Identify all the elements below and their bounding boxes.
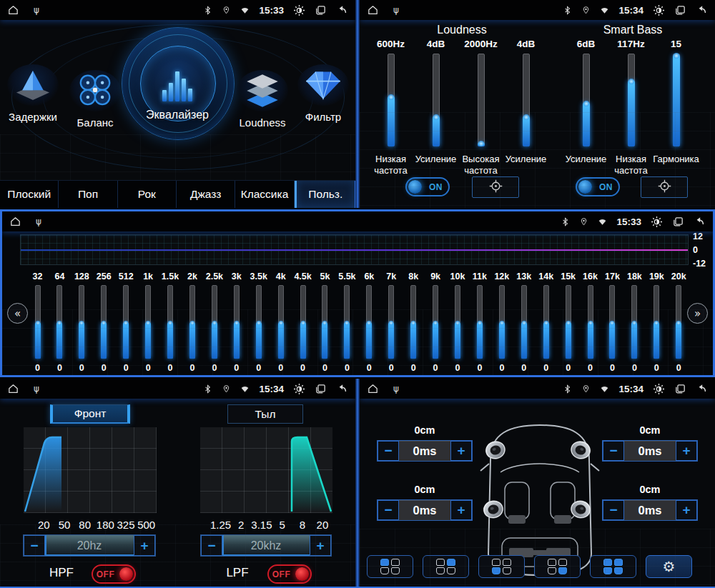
slider-track[interactable] [433,54,440,146]
eq-band[interactable]: 3.5k 0 [249,271,268,373]
back-icon[interactable] [694,216,706,228]
band-slider[interactable] [499,285,505,359]
home-icon[interactable] [7,4,19,16]
band-slider[interactable] [234,285,240,359]
preset-tab[interactable]: Классика [235,181,294,208]
band-slider[interactable] [455,285,460,359]
delay-minus-button[interactable]: − [603,500,624,520]
listening-position-button[interactable]: ⚙ [590,555,636,578]
eq-band[interactable]: 4.5k 0 [293,271,312,373]
home-icon[interactable] [9,216,21,228]
eq-band[interactable]: 13k 0 [514,271,533,373]
eq-band[interactable]: 6k 0 [360,271,379,373]
eq-band[interactable]: 2k 0 [182,271,202,373]
eq-band[interactable]: 10k 0 [448,271,468,373]
band-slider[interactable] [344,285,350,359]
preset-tab[interactable]: Польз. [295,181,355,208]
smartbass-on-toggle[interactable]: ON [576,177,620,196]
scroll-left-button[interactable]: « [7,303,28,324]
menu-item-loudness[interactable]: Loudness [227,70,297,129]
band-slider[interactable] [410,285,416,359]
hpf-minus-button[interactable]: − [24,535,45,556]
eq-band[interactable]: 18k 0 [625,271,644,373]
back-icon[interactable] [696,383,708,395]
slider-track[interactable] [583,54,590,146]
band-slider[interactable] [101,285,107,359]
back-icon[interactable] [336,383,348,395]
brightness-icon[interactable] [653,383,665,395]
lpf-off-toggle[interactable]: OFF [267,564,312,584]
eq-band[interactable]: 32 0 [28,271,47,373]
back-icon[interactable] [336,4,348,16]
delay-plus-button[interactable]: + [676,500,697,520]
lpf-plus-button[interactable]: + [310,535,331,556]
brightness-icon[interactable] [653,4,665,16]
scroll-right-button[interactable]: » [687,303,708,324]
delay-minus-button[interactable]: − [378,500,399,520]
band-slider[interactable] [56,285,62,359]
delay-plus-button[interactable]: + [450,500,472,520]
preset-tab[interactable]: Плоский [0,181,59,208]
back-icon[interactable] [696,4,708,16]
eq-band[interactable]: 14k 0 [536,271,556,373]
home-icon[interactable] [367,4,379,16]
eq-band[interactable]: 1k 0 [139,271,158,373]
band-slider[interactable] [212,285,217,359]
band-slider[interactable] [167,285,173,359]
tone-slider[interactable]: 117Hz Низкая частота [608,39,654,177]
eq-band[interactable]: 1.5k 0 [161,271,180,373]
hpf-plus-button[interactable]: + [134,535,155,556]
eq-band[interactable]: 17k 0 [603,271,622,373]
preset-tab[interactable]: Джазз [177,181,235,208]
band-slider[interactable] [609,285,615,359]
eq-band[interactable]: 3k 0 [227,271,246,373]
tone-slider[interactable]: 2000Hz Высокая частота [458,39,503,177]
eq-band[interactable]: 11k 0 [470,271,489,373]
loudness-on-toggle[interactable]: ON [405,177,450,196]
speaker-group-tab[interactable]: Тыл [227,404,303,424]
band-slider[interactable] [588,285,593,359]
band-slider[interactable] [477,285,483,359]
listening-position-button[interactable]: ⚙ [534,555,581,578]
eq-band[interactable]: 7k 0 [382,271,401,373]
eq-band[interactable]: 256 0 [94,271,114,373]
band-slider[interactable] [654,285,659,359]
eq-band[interactable]: 20k 0 [669,271,689,373]
band-slider[interactable] [123,285,129,359]
delay-minus-button[interactable]: − [603,441,624,461]
smartbass-reset-button[interactable] [641,176,688,198]
speaker-group-tab[interactable]: Фронт [50,404,130,424]
eq-band[interactable]: 2.5k 0 [204,271,224,373]
menu-item-filter[interactable]: Фильтр [290,64,355,123]
brightness-icon[interactable] [293,383,305,395]
band-slider[interactable] [300,285,306,359]
tone-slider[interactable]: 15 Гармоника [654,39,699,177]
menu-item-equalizer[interactable]: Эквалайзер [119,21,236,161]
eq-band[interactable]: 19k 0 [647,271,666,373]
menu-item-delays[interactable]: Задержки [0,64,66,123]
eq-band[interactable]: 64 0 [50,271,69,373]
band-slider[interactable] [366,285,372,359]
delay-plus-button[interactable]: + [676,441,697,461]
band-slider[interactable] [256,285,262,359]
band-slider[interactable] [35,285,41,359]
preset-tab[interactable]: Поп [59,181,117,208]
eq-band[interactable]: 4k 0 [271,271,290,373]
preset-tab[interactable]: Рок [118,181,177,208]
slider-track[interactable] [388,54,395,146]
band-slider[interactable] [676,285,681,359]
slider-track[interactable] [673,54,680,146]
band-slider[interactable] [145,285,151,359]
listening-position-button[interactable]: ⚙ [478,555,525,578]
band-slider[interactable] [278,285,284,359]
band-slider[interactable] [388,285,394,359]
eq-band[interactable]: 16k 0 [581,271,600,373]
recents-icon[interactable] [315,4,327,16]
brightness-icon[interactable] [293,4,305,16]
band-slider[interactable] [521,285,527,359]
slider-track[interactable] [523,54,530,146]
band-slider[interactable] [189,285,195,359]
listening-position-button[interactable]: ⚙ [367,555,413,578]
eq-band[interactable]: 12k 0 [492,271,511,373]
recents-icon[interactable] [674,383,686,395]
